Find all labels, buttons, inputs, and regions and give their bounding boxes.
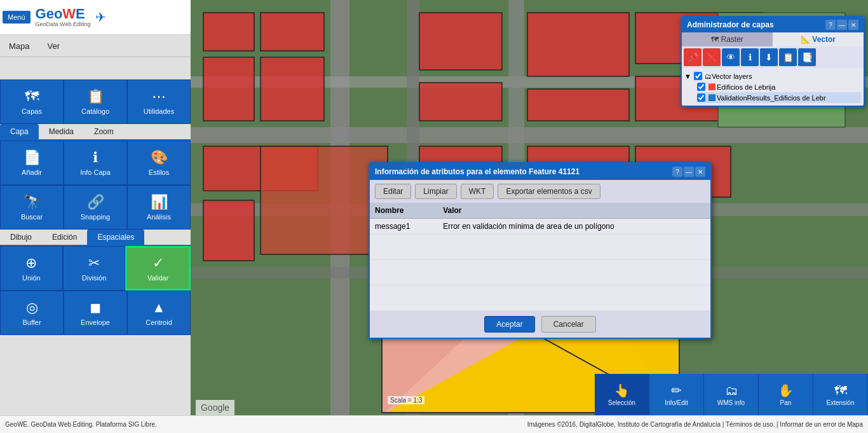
wkt-button[interactable]: WKT: [461, 184, 494, 199]
seleccion-icon: 👆: [614, 383, 630, 398]
division-button[interactable]: ✂ División: [63, 246, 126, 291]
tab-edicion[interactable]: Edición: [42, 230, 87, 245]
lm-btn-download[interactable]: ⬇: [760, 48, 778, 66]
estilos-button[interactable]: 🎨 Estilos: [127, 141, 191, 185]
mini-scale: Scala = 1:3: [388, 396, 424, 404]
analisis-button[interactable]: 📊 Análisis: [127, 185, 191, 230]
sidebar: Menú GeoWE GeoData Web Editing ✈ Mapa Ve…: [0, 0, 191, 433]
cell-valor: Error en validación mínima de area de un…: [438, 219, 710, 235]
expand-icon[interactable]: ▼: [684, 72, 691, 80]
validar-icon: ✓: [153, 255, 164, 271]
layer-manager-min[interactable]: —: [837, 20, 847, 30]
layer-manager-header: Administrador de capas ? — ✕: [682, 17, 864, 32]
utilidades-button[interactable]: ⋯ Utilidades: [127, 79, 191, 124]
nav-ver[interactable]: Ver: [39, 39, 69, 53]
info-dialog-toolbar: Editar Limpiar WKT Exportar elementos a …: [370, 180, 710, 203]
table-row-empty2: [370, 260, 710, 285]
lm-btn-copy[interactable]: 📋: [779, 48, 797, 66]
edit-tab-bar: Dibujo Edición Espaciales: [0, 230, 191, 246]
svg-rect-8: [203, 13, 254, 51]
seleccion-button[interactable]: 👆 Selección: [595, 374, 649, 415]
top-nav: Mapa Ver: [0, 35, 191, 57]
layer-tree: ▼ 🗂 Vector layers 🟥 Edificios de Lebrija…: [682, 68, 864, 106]
lm-btn-info[interactable]: ℹ: [741, 48, 759, 66]
info-edit-button[interactable]: ✏ Info/Edit: [649, 374, 704, 415]
buffer-icon: ◎: [26, 299, 38, 316]
extension-button[interactable]: 🗺 Extensión: [813, 374, 868, 415]
col-nombre: Nombre: [370, 203, 438, 219]
tab-zoom[interactable]: Zoom: [84, 124, 124, 139]
union-button[interactable]: ⊕ Unión: [0, 246, 63, 291]
info-dialog-footer: Aceptar Cancelar: [370, 311, 710, 338]
vector-icon: 📐: [801, 35, 810, 44]
google-watermark: Google: [196, 400, 234, 415]
edificios-checkbox[interactable]: [697, 83, 705, 91]
layer-group-icon: 🗂: [705, 72, 712, 80]
google-label: Google: [201, 402, 229, 413]
tab-raster[interactable]: 🗺 Raster: [682, 32, 773, 46]
edificios-icon: 🟥: [708, 83, 715, 90]
app-subtitle: GeoData Web Editing: [36, 21, 91, 27]
aceptar-button[interactable]: Aceptar: [484, 316, 534, 333]
buffer-button[interactable]: ◎ Buffer: [0, 291, 64, 335]
info-dialog-controls: ? — ✕: [672, 167, 705, 177]
info-dialog-help[interactable]: ?: [672, 167, 682, 177]
pan-button[interactable]: ✋ Pan: [759, 374, 813, 415]
tab-vector[interactable]: 📐 Vector: [773, 32, 864, 46]
vector-layers-checkbox[interactable]: [694, 72, 702, 80]
wms-info-button[interactable]: 🗂 WMS info: [704, 374, 759, 415]
edificios-label: Edificios de Lebrija: [717, 83, 775, 91]
svg-rect-13: [203, 200, 254, 261]
snapping-button[interactable]: 🔗 Snapping: [64, 185, 127, 230]
layer-manager-close[interactable]: ✕: [848, 20, 858, 30]
tab-dibujo[interactable]: Dibujo: [0, 230, 42, 245]
info-dialog-close[interactable]: ✕: [695, 167, 705, 177]
capas-button[interactable]: 🗺 Capas: [0, 79, 64, 124]
layer-manager-toolbar: 📌 ❌ 👁 ℹ ⬇ 📋 📑: [682, 46, 864, 68]
exportar-button[interactable]: Exportar elementos a csv: [498, 184, 600, 199]
catalogo-button[interactable]: 📋 Catálogo: [64, 79, 127, 124]
envelope-button[interactable]: ◼ Envelope: [64, 291, 127, 335]
col-valor: Valor: [438, 203, 710, 219]
layer-manager-controls: ? — ✕: [825, 20, 858, 30]
validar-button[interactable]: ✓ Validar: [125, 246, 191, 291]
svg-rect-11: [261, 57, 324, 121]
wms-info-label: WMS info: [717, 399, 745, 406]
validation-checkbox[interactable]: [697, 93, 705, 102]
lm-btn-eye[interactable]: 👁: [722, 48, 740, 66]
menu-button[interactable]: Menú: [3, 11, 31, 24]
map-area[interactable]: Scala = 1:3 Selección what3words Adminis…: [191, 0, 868, 433]
info-dialog-title: Información de atributos para el element…: [375, 167, 580, 176]
editar-button[interactable]: Editar: [375, 184, 411, 199]
lm-btn-active[interactable]: 📌: [684, 48, 702, 66]
info-capa-button[interactable]: ℹ Info Capa: [64, 141, 127, 185]
svg-rect-9: [261, 13, 324, 51]
utilidades-icon: ⋯: [152, 88, 166, 105]
raster-icon: 🗺: [711, 35, 719, 44]
anadir-icon: 📄: [24, 149, 41, 166]
layer-validation: 🟦 ValidationResults_Edificios de Lebr: [697, 92, 861, 103]
centroid-button[interactable]: ▲ Centroid: [127, 291, 191, 335]
info-edit-icon: ✏: [671, 383, 682, 398]
cancelar-button[interactable]: Cancelar: [541, 316, 596, 333]
layer-manager-help[interactable]: ?: [825, 20, 836, 30]
cell-nombre: message1: [370, 219, 438, 235]
tab-medida[interactable]: Medida: [39, 124, 84, 139]
nav-mapa[interactable]: Mapa: [0, 39, 39, 53]
main-tool-row: 🗺 Capas 📋 Catálogo ⋯ Utilidades: [0, 79, 191, 124]
seleccion-label: Selección: [608, 399, 635, 406]
info-edit-label: Info/Edit: [665, 399, 688, 406]
tab-espaciales[interactable]: Espaciales: [87, 230, 144, 245]
lm-btn-list[interactable]: 📑: [798, 48, 816, 66]
buscar-button[interactable]: 🔭 Buscar: [0, 185, 64, 230]
anadir-button[interactable]: 📄 Añadir: [0, 141, 64, 185]
capa-tool-row1: 📄 Añadir ℹ Info Capa 🎨 Estilos: [0, 141, 191, 185]
pan-icon: ✋: [778, 383, 794, 398]
limpiar-button[interactable]: Limpiar: [415, 184, 456, 199]
info-dialog-min[interactable]: —: [684, 167, 694, 177]
table-row-empty3: [370, 285, 710, 311]
buscar-icon: 🔭: [24, 194, 41, 210]
tab-vector-label: Vector: [812, 35, 836, 44]
lm-btn-remove[interactable]: ❌: [703, 48, 721, 66]
tab-capa[interactable]: Capa: [0, 124, 39, 139]
